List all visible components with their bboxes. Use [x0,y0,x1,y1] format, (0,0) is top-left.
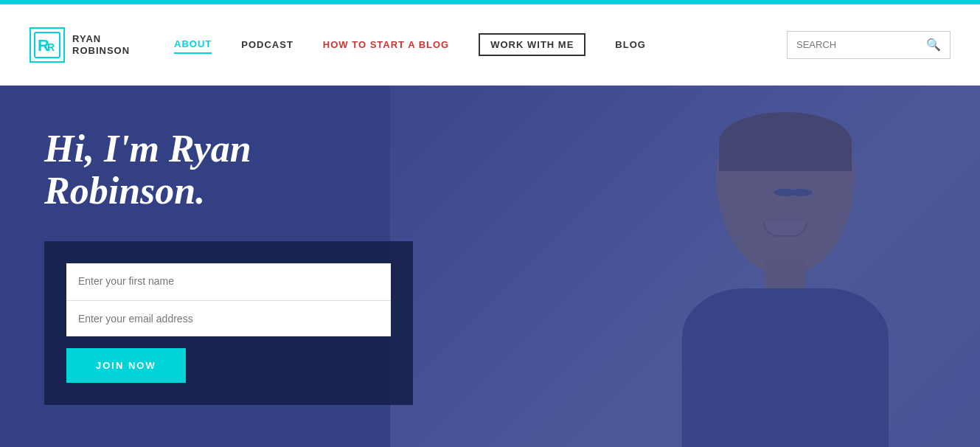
nav-podcast[interactable]: PODCAST [241,36,293,53]
hero-title: Hi, I'm Ryan Robinson. [44,128,413,212]
search-bar: 🔍 [787,31,951,59]
nav-about[interactable]: ABOUT [174,35,212,54]
nav-how-to-blog[interactable]: HOW TO START A BLOG [323,36,449,53]
join-now-button[interactable]: JOIN NOW [66,348,186,383]
nav-blog[interactable]: BLOG [615,36,646,53]
main-nav: ABOUT PODCAST HOW TO START A BLOG WORK W… [174,33,787,56]
search-icon[interactable]: 🔍 [926,38,941,52]
logo-name-line2: ROBINSON [72,45,130,57]
search-input[interactable] [796,39,920,50]
hero-content: Hi, I'm Ryan Robinson. JOIN NOW [0,98,457,434]
first-name-input[interactable] [66,263,391,299]
site-header: R R RYAN ROBINSON ABOUT PODCAST HOW TO S… [0,4,980,86]
form-fields [66,263,391,336]
logo-name-line1: RYAN [72,33,130,45]
svg-text:R: R [47,41,55,53]
email-input[interactable] [66,300,391,336]
nav-work-with-me[interactable]: WORK WITH ME [479,33,585,56]
hero-section: Hi, I'm Ryan Robinson. JOIN NOW [0,86,980,447]
logo-text: RYAN ROBINSON [72,33,130,56]
logo-link[interactable]: R R RYAN ROBINSON [29,27,130,63]
logo-icon: R R [29,27,65,63]
signup-form-box: JOIN NOW [44,241,413,405]
